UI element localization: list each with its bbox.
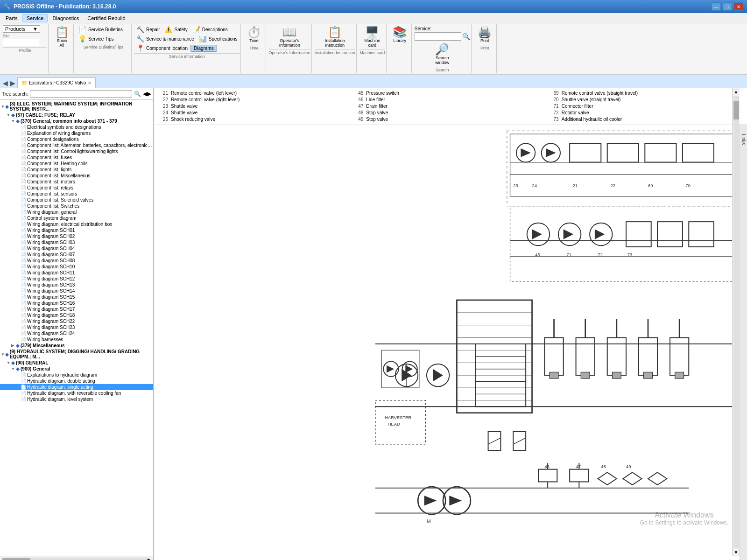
tree-item-wiring-general[interactable]: 📄 Wiring diagram, general: [0, 209, 153, 215]
library-button[interactable]: 📚 Library: [389, 25, 410, 44]
search-toolbar-icon[interactable]: 🔍: [462, 33, 470, 40]
tree-item-sch12[interactable]: 📄 Wiring diagram SCH12: [0, 276, 153, 282]
tree-item-sch11[interactable]: 📄 Wiring diagram SCH11: [0, 270, 153, 276]
tree-item-comp-misc[interactable]: 📄 Component list, Miscellaneous: [0, 173, 153, 179]
machine-card-button[interactable]: 🖥️ Machinecard: [359, 25, 385, 49]
close-button[interactable]: ✕: [734, 2, 743, 11]
tree-item-comp-sensors[interactable]: 📄 Component list, sensors: [0, 191, 153, 197]
tree-item-hyd-double[interactable]: 📄 Hydraulic diagram, double acting: [0, 378, 153, 384]
tree-item-wiring-expl[interactable]: 📄 Explanation of wiring diagrams: [0, 130, 153, 136]
tree-item-sch13[interactable]: 📄 Wiring diagram SCH13: [0, 282, 153, 288]
search-window-button[interactable]: 🔎 Searchwindow: [415, 42, 470, 66]
tree-item-hyd-reversible[interactable]: 📄 Hydraulic diagram, with reversible coo…: [0, 390, 153, 396]
tree-item-sch01[interactable]: 📄 Wiring diagram SCH01: [0, 227, 153, 233]
menu-service[interactable]: Service: [22, 14, 48, 22]
tree-section-elec[interactable]: ▼ ◆ (3) ELEC. SYSTEM; WARNING SYSTEM; IN…: [0, 101, 153, 112]
tree-scrollbar[interactable]: ▶: [0, 556, 153, 560]
tree-item-sch24[interactable]: 📄 Wiring diagram SCH24: [0, 330, 153, 336]
tree-item-comp-desig[interactable]: 📄 Component designations: [0, 136, 153, 142]
tree-item-comp-motors[interactable]: 📄 Component list, motors: [0, 179, 153, 185]
service-bulletins-button[interactable]: 📄 Service Bulletins: [77, 25, 125, 34]
tree-item-comp-relays[interactable]: 📄 Component list, relays: [0, 185, 153, 191]
service-tips-button[interactable]: 💡 Service Tips: [77, 35, 115, 43]
tree-item-sch07[interactable]: 📄 Wiring diagram SCH07: [0, 252, 153, 258]
tree-item-ctrl-system[interactable]: 📄 Control system diagram: [0, 215, 153, 221]
tree-section-cable[interactable]: ▼ ◆ (37) CABLE; FUSE; RELAY: [0, 112, 153, 118]
menu-parts[interactable]: Parts: [2, 14, 21, 22]
tree-scroll-track[interactable]: [2, 558, 147, 560]
tree-search-nav[interactable]: ◀▶: [143, 91, 151, 97]
tree-item-comp-ctrl[interactable]: 📄 Component list: Control lights/warning…: [0, 148, 153, 154]
tree-toggle-370[interactable]: ▼: [11, 119, 16, 123]
component-location-button[interactable]: 📍 Component location: [134, 44, 190, 52]
tree-item-comp-alt[interactable]: 📄 Component list: Alternator, batteries,…: [0, 142, 153, 148]
tree-item-wiring-harness[interactable]: 📄 Wiring harnesses: [0, 336, 153, 343]
safety-button[interactable]: ⚠️ Safety: [162, 25, 189, 34]
nav-forward-button[interactable]: ▶: [9, 78, 16, 88]
operators-info-button[interactable]: 📖 Operator'sInformation: [269, 25, 310, 49]
tree-item-sch15[interactable]: 📄 Wiring diagram SCH15: [0, 294, 153, 300]
tree-item-comp-fuses[interactable]: 📄 Component list, fuses: [0, 154, 153, 161]
tree-item-comp-heat[interactable]: 📄 Component list, Heating coils: [0, 161, 153, 167]
tree-section-370[interactable]: ▼ ◆ (370) General, common info about 371…: [0, 118, 153, 124]
descriptions-button[interactable]: 📝 Descriptions: [190, 25, 230, 34]
tree-item-comp-solenoid[interactable]: 📄 Component list, Solenoid valves: [0, 197, 153, 203]
tree-item-sch18[interactable]: 📄 Wiring diagram SCH18: [0, 312, 153, 318]
tree-item-sch02[interactable]: 📄 Wiring diagram SCH02: [0, 233, 153, 239]
tree-item-hyd-single[interactable]: 📄 Hydraulic diagram, single acting: [0, 384, 153, 390]
tree-section-379[interactable]: ▶ ◆ (379) Miscellaneous: [0, 343, 153, 349]
right-scroll-thumb[interactable]: [733, 101, 739, 119]
tree-item-sch04[interactable]: 📄 Wiring diagram SCH04: [0, 245, 153, 252]
tree-item-elec-symbols[interactable]: 📄 Electrical symbols and designations: [0, 124, 153, 130]
tree-item-sch08[interactable]: 📄 Wiring diagram SCH08: [0, 258, 153, 264]
show-all-button[interactable]: 📋 ShowAll: [51, 25, 72, 49]
service-maintenance-button[interactable]: 🔧 Service & maintenance: [134, 35, 196, 43]
diagrams-button[interactable]: Diagrams: [190, 45, 217, 52]
tree-search-button[interactable]: 🔍: [134, 91, 141, 97]
tree-toggle-cable[interactable]: ▼: [7, 113, 11, 117]
tree-toggle-90[interactable]: ▼: [7, 361, 11, 365]
specifications-button[interactable]: 📊 Specifications: [197, 35, 240, 43]
search-toolbar-input[interactable]: [415, 32, 461, 41]
tree-item-sch16[interactable]: 📄 Wiring diagram SCH16: [0, 300, 153, 306]
tree-item-sch23[interactable]: 📄 Wiring diagram SCH23: [0, 324, 153, 330]
tree-item-expl-hydraulic[interactable]: 📄 Explanations to hydraulic diagram: [0, 372, 153, 378]
tree-item-comp-lights[interactable]: 📄 Component list, lights: [0, 167, 153, 173]
tree-toggle-900[interactable]: ▼: [11, 367, 16, 371]
tab-close-button[interactable]: ✕: [88, 81, 92, 85]
tree-item-sch14[interactable]: 📄 Wiring diagram SCH14: [0, 288, 153, 294]
scroll-up-arrow[interactable]: ▲: [733, 88, 740, 95]
tree-item-comp-switches[interactable]: 📄 Component list, Switches: [0, 203, 153, 209]
diagram-area[interactable]: HARVESTER HEAD: [154, 125, 747, 560]
right-scrollbar[interactable]: ▲ ▼: [732, 88, 740, 556]
time-button[interactable]: ⏱️ Time: [244, 25, 265, 44]
tree-item-sch22[interactable]: 📄 Wiring diagram SCH22: [0, 318, 153, 324]
print-button[interactable]: 🖨️ Print: [474, 25, 495, 44]
tree-toggle-379[interactable]: ▶: [11, 343, 16, 348]
tree-item-wiring-elec-dist[interactable]: 📄 Wiring diagram, electrical distributio…: [0, 221, 153, 227]
minimize-button[interactable]: —: [712, 2, 721, 11]
tree-item-hyd-level[interactable]: 📄 Hydraulic diagram, level system: [0, 396, 153, 402]
installation-button[interactable]: 📋 InstallationInstruction: [315, 25, 355, 49]
menu-diagnostics[interactable]: Diagnostics: [49, 14, 83, 22]
repair-button[interactable]: 🔨 Repair: [134, 25, 162, 34]
tree-scroll-thumb[interactable]: [2, 558, 30, 560]
maximize-button[interactable]: □: [723, 2, 732, 11]
tree-item-sch10[interactable]: 📄 Wiring diagram SCH10: [0, 264, 153, 270]
tree-scroll-right-arrow[interactable]: ▶: [148, 557, 151, 560]
main-tab[interactable]: 📁 Excavators FC3329C Volvo ✕: [17, 77, 96, 88]
right-scroll-track[interactable]: [733, 96, 739, 548]
menu-certified-rebuild[interactable]: Certified Rebuild: [84, 14, 129, 22]
tree-section-900[interactable]: ▼ ◆ (900) General: [0, 366, 153, 372]
nav-back-button[interactable]: ◀: [2, 78, 9, 88]
products-dropdown[interactable]: Products ▼: [3, 25, 40, 33]
tree-section-90[interactable]: ▼ ◆ (90) GENERAL: [0, 360, 153, 366]
tree-section-hydraulic[interactable]: ▼ ◆ (9) HYDRAULIC SYSTEM; DIGGING/ HANDL…: [0, 349, 153, 360]
scroll-down-arrow[interactable]: ▼: [733, 549, 740, 556]
tree-item-sch03[interactable]: 📄 Wiring diagram SCH03: [0, 239, 153, 245]
sn-input[interactable]: [3, 39, 39, 46]
tree-item-sch17[interactable]: 📄 Wiring diagram SCH17: [0, 306, 153, 312]
tree-search-input[interactable]: [30, 90, 132, 98]
tree-toggle-hydraulic[interactable]: ▼: [1, 352, 5, 357]
tree-toggle-elec[interactable]: ▼: [1, 105, 5, 109]
